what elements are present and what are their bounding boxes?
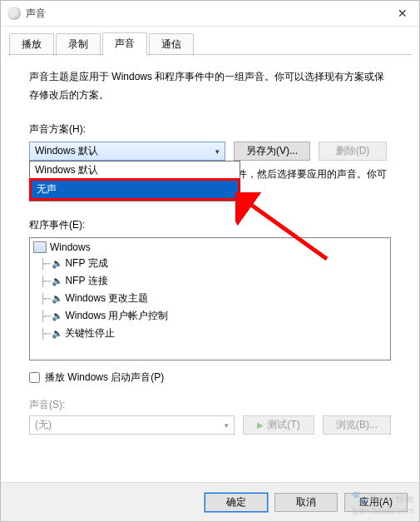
sound-combobox: (无) ▾ bbox=[29, 415, 235, 435]
apply-button[interactable]: 应用(A) bbox=[344, 493, 408, 512]
speaker-icon: 🔈 bbox=[52, 258, 63, 269]
sound-app-icon bbox=[7, 7, 21, 20]
dialog-footer: 确定 取消 应用(A) bbox=[1, 482, 419, 521]
speaker-icon: 🔈 bbox=[52, 293, 63, 304]
event-label: Windows 用户帐户控制 bbox=[65, 309, 168, 323]
save-as-button[interactable]: 另存为(V)... bbox=[234, 142, 310, 161]
scheme-option-default[interactable]: Windows 默认 bbox=[30, 162, 240, 179]
tab-strip: 播放 录制 声音 通信 bbox=[1, 27, 419, 55]
test-button: ▶ 测试(T) bbox=[243, 415, 314, 435]
tree-branch-icon: ├╌ bbox=[40, 293, 50, 305]
scheme-option-nosound[interactable]: 无声 bbox=[29, 178, 240, 201]
sound-row: (无) ▾ ▶ 测试(T) 浏览(B)... bbox=[29, 415, 391, 435]
event-item[interactable]: ├╌ 🔈 关键性停止 bbox=[33, 325, 387, 342]
hint-line1: 件，然后选择要应用的声音。你可 bbox=[237, 168, 387, 180]
sound-dialog: 声音 ✕ 播放 录制 声音 通信 声音主题是应用于 Windows 和程序事件中… bbox=[0, 0, 420, 522]
chevron-down-icon: ▾ bbox=[215, 147, 220, 156]
events-label: 程序事件(E): bbox=[29, 218, 391, 232]
description-text: 声音主题是应用于 Windows 和程序事件中的一组声音。你可以选择现有方案或保… bbox=[29, 68, 391, 104]
event-label: Windows 更改主题 bbox=[65, 291, 148, 306]
tree-branch-icon: ├╌ bbox=[40, 258, 50, 270]
tab-sounds[interactable]: 声音 bbox=[102, 32, 147, 56]
ok-button[interactable]: 确定 bbox=[205, 493, 268, 512]
event-item[interactable]: ├╌ 🔈 Windows 用户帐户控制 bbox=[33, 307, 387, 325]
tab-communications[interactable]: 通信 bbox=[149, 33, 194, 56]
tabs-underline bbox=[7, 54, 413, 55]
event-label: 关键性停止 bbox=[65, 326, 115, 341]
scheme-combobox[interactable]: Windows 默认 ▾ bbox=[29, 142, 225, 161]
event-label: NFP 连接 bbox=[65, 274, 107, 288]
play-icon: ▶ bbox=[257, 420, 264, 430]
scheme-label: 声音方案(H): bbox=[29, 122, 391, 137]
delete-button: 删除(D) bbox=[319, 142, 387, 161]
content-area: 声音主题是应用于 Windows 和程序事件中的一组声音。你可以选择现有方案或保… bbox=[1, 55, 419, 435]
scheme-row: Windows 默认 ▾ Windows 默认 无声 另存为(V)... 删除(… bbox=[29, 142, 391, 161]
tab-recording[interactable]: 录制 bbox=[56, 33, 101, 56]
tree-branch-icon: ├╌ bbox=[40, 328, 50, 340]
tree-branch-icon: ├╌ bbox=[40, 311, 50, 322]
browse-button: 浏览(B)... bbox=[323, 415, 391, 435]
tree-root-windows[interactable]: Windows bbox=[33, 240, 387, 255]
sound-value: (无) bbox=[35, 418, 52, 432]
tree-root-label: Windows bbox=[50, 241, 91, 253]
window-title: 声音 bbox=[26, 7, 46, 21]
cancel-button[interactable]: 取消 bbox=[274, 493, 338, 512]
speaker-icon: 🔈 bbox=[52, 328, 63, 339]
scheme-value: Windows 默认 bbox=[35, 144, 98, 158]
startup-sound-checkbox-row[interactable]: 播放 Windows 启动声音(P) bbox=[29, 370, 391, 385]
close-button[interactable]: ✕ bbox=[386, 1, 419, 26]
windows-folder-icon bbox=[33, 241, 47, 253]
event-item[interactable]: ├╌ 🔈 NFP 连接 bbox=[33, 272, 387, 290]
event-label: NFP 完成 bbox=[65, 256, 107, 271]
startup-sound-label: 播放 Windows 启动声音(P) bbox=[45, 370, 164, 385]
tree-branch-icon: ├╌ bbox=[40, 276, 50, 287]
tab-playback[interactable]: 播放 bbox=[9, 33, 54, 56]
speaker-icon: 🔈 bbox=[52, 311, 63, 321]
sound-field-label: 声音(S): bbox=[29, 398, 391, 412]
titlebar: 声音 ✕ bbox=[1, 1, 419, 27]
scheme-dropdown: Windows 默认 无声 bbox=[29, 161, 240, 201]
speaker-icon: 🔈 bbox=[52, 276, 63, 286]
scheme-combo-wrapper: Windows 默认 ▾ Windows 默认 无声 bbox=[29, 142, 225, 161]
startup-sound-checkbox[interactable] bbox=[29, 372, 40, 383]
program-events-listbox[interactable]: Windows ├╌ 🔈 NFP 完成 ├╌ 🔈 NFP 连接 ├╌ 🔈 Win… bbox=[29, 237, 391, 360]
event-item[interactable]: ├╌ 🔈 Windows 更改主题 bbox=[33, 290, 387, 307]
test-button-label: 测试(T) bbox=[267, 418, 299, 432]
event-item[interactable]: ├╌ 🔈 NFP 完成 bbox=[33, 255, 387, 272]
chevron-down-icon: ▾ bbox=[225, 421, 229, 430]
